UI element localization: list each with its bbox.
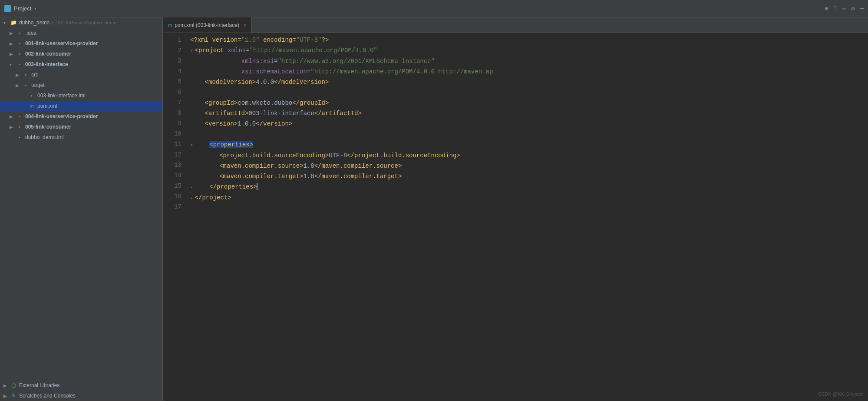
root-folder-icon: 📁 bbox=[10, 20, 17, 26]
iml003-file-icon: ▪ bbox=[28, 93, 36, 99]
line-num-5: 5 bbox=[163, 76, 182, 87]
project-dropdown-arrow[interactable]: ▾ bbox=[34, 6, 36, 11]
main-layout: ▾ 📁 dubbo_demo E:\IDEA\Projects\dubbo_de… bbox=[0, 17, 868, 401]
line-num-16: 16 bbox=[163, 191, 182, 202]
sidebar-item-iml003[interactable]: ▶ ▪ 003-link-interface.iml bbox=[0, 90, 162, 101]
target-arrow: ▶ bbox=[16, 83, 22, 88]
line-num-17: 17 bbox=[163, 202, 182, 212]
idea-folder-icon: ▪ bbox=[16, 30, 23, 36]
project-icon bbox=[4, 5, 11, 12]
sidebar-item-idea[interactable]: ▶ ▪ .idea bbox=[0, 28, 162, 38]
line-num-7: 7 bbox=[163, 97, 182, 108]
003-label: 003-link-interface bbox=[25, 61, 68, 67]
line-num-2: 2 bbox=[163, 45, 182, 56]
line-num-10: 10 bbox=[163, 129, 182, 139]
title-bar: Project ▾ ⊕ ≡ ⇔ ⚙ — bbox=[0, 0, 868, 17]
scratches-label: Scratches and Consoles bbox=[19, 393, 76, 399]
sidebar-item-003[interactable]: ▾ ▪ 003-link-interface bbox=[0, 59, 162, 70]
root-label: dubbo_demo bbox=[19, 20, 50, 26]
editor-area: m pom.xml (003-link-interface) × 1 2 3 4… bbox=[163, 17, 868, 401]
sidebar-item-target[interactable]: ▶ ▪ target bbox=[0, 80, 162, 90]
sidebar-item-scratches[interactable]: ▶ ✎ Scratches and Consoles bbox=[0, 391, 162, 401]
sidebar-item-005[interactable]: ▶ ▪ 005-link-consumer bbox=[0, 122, 162, 132]
sidebar-item-004[interactable]: ▶ ▪ 004-link-userservice-provider bbox=[0, 111, 162, 122]
scratches-icon: ✎ bbox=[10, 393, 17, 399]
line-num-15: 15 bbox=[163, 181, 182, 191]
004-folder-icon: ▪ bbox=[16, 113, 23, 119]
002-folder-icon: ▪ bbox=[16, 51, 23, 57]
idea-arrow: ▶ bbox=[10, 31, 16, 36]
line-num-13: 13 bbox=[163, 160, 182, 170]
005-label: 005-link-consumer bbox=[25, 124, 71, 130]
tab-close-button[interactable]: × bbox=[244, 23, 246, 28]
action-expand[interactable]: ⇔ bbox=[842, 5, 846, 12]
line-num-11: 11 bbox=[163, 139, 182, 149]
action-minimize[interactable]: — bbox=[860, 5, 864, 12]
title-bar-left: Project ▾ bbox=[4, 5, 37, 12]
sidebar-item-pomxml[interactable]: ▶ m pom.xml bbox=[0, 101, 162, 111]
002-label: 002-link-consumer bbox=[25, 51, 71, 57]
dubbo-iml-icon: ▪ bbox=[16, 134, 23, 140]
sidebar-item-001[interactable]: ▶ ▪ 001-link-userservice-provider bbox=[0, 38, 162, 49]
pomxml-label: pom.xml bbox=[37, 103, 57, 109]
tab-bar: m pom.xml (003-link-interface) × bbox=[163, 17, 868, 33]
src-arrow: ▶ bbox=[16, 73, 22, 77]
title-bar-actions: ⊕ ≡ ⇔ ⚙ — bbox=[825, 5, 864, 12]
pomxml-file-icon: m bbox=[28, 103, 36, 109]
line-num-6: 6 bbox=[163, 87, 182, 97]
line-numbers: 1 2 3 4 5 6 7 8 9 10 11 12 13 14 15 16 1… bbox=[163, 33, 187, 401]
action-settings[interactable]: ⚙ bbox=[851, 5, 855, 12]
target-label: target bbox=[31, 82, 45, 88]
sidebar-item-dubbo-iml[interactable]: ▶ ▪ dubbo_demo.iml bbox=[0, 132, 162, 143]
line-num-3: 3 bbox=[163, 56, 182, 66]
ext-lib-label: External Libraries bbox=[19, 382, 59, 388]
target-folder-icon: ▪ bbox=[22, 82, 30, 88]
004-arrow: ▶ bbox=[10, 114, 16, 119]
002-arrow: ▶ bbox=[10, 52, 16, 56]
action-list[interactable]: ≡ bbox=[833, 5, 837, 12]
line-num-1: 1 bbox=[163, 35, 182, 45]
tab-label: pom.xml (003-link-interface) bbox=[175, 22, 239, 28]
003-arrow: ▾ bbox=[10, 62, 16, 67]
001-folder-icon: ▪ bbox=[16, 40, 23, 46]
sidebar-item-src[interactable]: ▶ ▪ src bbox=[0, 70, 162, 80]
sidebar-root-item[interactable]: ▾ 📁 dubbo_demo E:\IDEA\Projects\dubbo_de… bbox=[0, 17, 162, 28]
project-label[interactable]: Project bbox=[14, 5, 31, 12]
idea-label: .idea bbox=[25, 30, 36, 36]
src-label: src bbox=[31, 72, 38, 78]
tab-pomxml[interactable]: m pom.xml (003-link-interface) × bbox=[163, 17, 252, 33]
watermark: CSDN @KK-Greyson bbox=[818, 391, 864, 397]
scratches-arrow: ▶ bbox=[3, 394, 10, 398]
tab-icon: m bbox=[168, 23, 172, 28]
004-label: 004-link-userservice-provider bbox=[25, 113, 98, 119]
ext-lib-icon: ⬡ bbox=[10, 382, 17, 388]
sidebar: ▾ 📁 dubbo_demo E:\IDEA\Projects\dubbo_de… bbox=[0, 17, 163, 401]
iml003-label: 003-link-interface.iml bbox=[37, 93, 86, 99]
003-folder-icon: ▪ bbox=[16, 61, 23, 67]
ext-lib-arrow: ▶ bbox=[3, 383, 10, 388]
line-num-4: 4 bbox=[163, 66, 182, 76]
code-content[interactable]: <?xml version="1.0" encoding="UTF-8"?> ▾… bbox=[187, 33, 868, 401]
005-arrow: ▶ bbox=[10, 125, 16, 129]
005-folder-icon: ▪ bbox=[16, 124, 23, 130]
line-num-8: 8 bbox=[163, 108, 182, 118]
dubbo-iml-label: dubbo_demo.iml bbox=[25, 134, 64, 140]
line-num-9: 9 bbox=[163, 118, 182, 129]
action-cross-ref[interactable]: ⊕ bbox=[825, 5, 828, 12]
001-arrow: ▶ bbox=[10, 41, 16, 46]
line-num-12: 12 bbox=[163, 149, 182, 160]
code-editor[interactable]: 1 2 3 4 5 6 7 8 9 10 11 12 13 14 15 16 1… bbox=[163, 33, 868, 401]
root-path: E:\IDEA\Projects\dubbo_demo bbox=[52, 20, 116, 25]
root-arrow: ▾ bbox=[3, 20, 10, 25]
src-folder-icon: ▪ bbox=[22, 72, 30, 78]
line-num-14: 14 bbox=[163, 170, 182, 181]
001-label: 001-link-userservice-provider bbox=[25, 40, 98, 46]
sidebar-item-external-libraries[interactable]: ▶ ⬡ External Libraries bbox=[0, 380, 162, 391]
sidebar-item-002[interactable]: ▶ ▪ 002-link-consumer bbox=[0, 49, 162, 59]
